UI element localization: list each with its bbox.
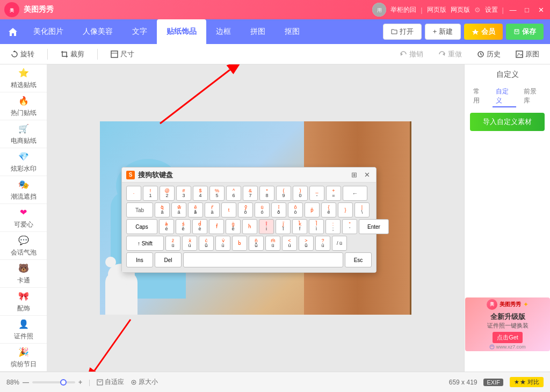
key-p[interactable]: p̈ (305, 202, 320, 217)
key-esc[interactable]: Esc (345, 252, 372, 267)
key-m[interactable]: ṁü (265, 236, 280, 251)
restore-btn[interactable]: □ (522, 5, 532, 14)
new-btn[interactable]: + 新建 (425, 24, 461, 40)
key-h[interactable]: ḣ (242, 219, 257, 234)
key-i-main[interactable]: îi (259, 219, 274, 234)
tab-foreground[interactable]: 前景库 (520, 86, 545, 107)
sidebar-item-selected-sticker[interactable]: ⭐ 精选贴纸 (0, 64, 47, 92)
key-6[interactable]: ^6 (226, 186, 241, 201)
history-btn[interactable]: 历史 (473, 47, 505, 61)
nav-beautify[interactable]: 美化图片 (24, 19, 73, 44)
key-quote[interactable]: "' (342, 219, 357, 234)
key-shift-r-ext[interactable]: / ü (332, 236, 347, 251)
sidebar-item-id-photo[interactable]: 👤 证件照 (0, 316, 47, 344)
key-backslash[interactable]: |\ (354, 202, 370, 217)
key-b[interactable]: ḃ (232, 236, 247, 251)
redo-btn[interactable]: 重做 (434, 47, 466, 61)
sidebar-item-heart[interactable]: ❤ 可爱心 (0, 204, 47, 232)
key-c[interactable]: ċǔ (199, 236, 214, 251)
key-8[interactable]: *8 (259, 186, 274, 201)
crop-btn[interactable]: 裁剪 (56, 47, 89, 61)
key-t[interactable]: t (221, 202, 236, 217)
key-semicolon[interactable]: :; (325, 219, 341, 234)
key-s[interactable]: ṡě (176, 219, 191, 234)
key-y[interactable]: ỹō (238, 202, 253, 217)
key-del[interactable]: Del (155, 252, 182, 267)
key-ins[interactable]: Ins (126, 252, 153, 267)
key-e[interactable]: ěǎ (188, 202, 203, 217)
keyboard-grid-btn[interactable]: ⊞ (349, 170, 359, 180)
nav-text[interactable]: 文字 (122, 19, 157, 44)
key-slash[interactable]: ?ù (315, 236, 330, 251)
key-2[interactable]: @2 (160, 186, 175, 201)
key-k[interactable]: k̈f (292, 219, 307, 234)
key-r[interactable]: r̈à (205, 202, 220, 217)
key-comma[interactable]: <ú (282, 236, 297, 251)
key-4[interactable]: $4 (193, 186, 208, 201)
key-shift-l[interactable]: ↑ Shift (126, 236, 164, 251)
original-size-btn[interactable]: 原大小 (131, 378, 158, 387)
sidebar-item-ecommerce[interactable]: 🛒 电商贴纸 (0, 120, 47, 148)
sidebar-item-trend[interactable]: 🎭 潮流遮挡 (0, 176, 47, 204)
key-5[interactable]: %5 (209, 186, 225, 201)
key-lbracket[interactable]: {ē (321, 202, 336, 217)
key-a[interactable]: ȧé (159, 219, 174, 234)
contrast-btn[interactable]: ★ ★ 对比 (510, 377, 544, 387)
key-0[interactable]: )0 (293, 186, 308, 201)
zoom-slider[interactable] (32, 381, 75, 383)
key-minus[interactable]: _- (309, 186, 324, 201)
user-avatar[interactable]: 用 (372, 3, 386, 17)
key-rbracket[interactable]: } (338, 202, 353, 217)
nav-sticker[interactable]: 贴纸饰品 (157, 19, 206, 44)
key-v[interactable]: v̇ù (215, 236, 230, 251)
sidebar-item-festival[interactable]: 🎉 缤纷节日 (0, 344, 47, 372)
rotate-btn[interactable]: 旋转 (6, 47, 39, 61)
key-1[interactable]: !1 (143, 186, 158, 201)
canvas-image[interactable]: S 搜狗软键盘 ⊞ ✕ · !1 @2 #3 $4 (100, 121, 411, 315)
minimize-btn[interactable]: — (508, 5, 518, 14)
close-btn[interactable]: ✕ (536, 5, 546, 14)
key-n[interactable]: ṅǖ (249, 236, 264, 251)
nav-collage[interactable]: 拼图 (241, 19, 275, 44)
home-nav-btn[interactable] (2, 19, 24, 44)
sidebar-item-cartoon[interactable]: 🐻 卡通 (0, 260, 47, 288)
key-g[interactable]: ġê (226, 219, 241, 234)
key-z[interactable]: żü (165, 236, 180, 251)
key-backtick[interactable]: · (126, 186, 141, 201)
tab-common[interactable]: 常用 (470, 86, 488, 107)
key-f[interactable]: ḟ (209, 219, 224, 234)
zoom-in-btn[interactable]: + (78, 379, 82, 386)
ad-get-btn[interactable]: 点击Get (493, 332, 523, 343)
sidebar-item-hot-sticker[interactable]: 🔥 热门贴纸 (0, 92, 47, 120)
original-btn[interactable]: 原图 (511, 47, 544, 61)
web-label-text[interactable]: 网页版 (451, 5, 470, 14)
key-o[interactable]: ôò (288, 202, 303, 217)
key-enter[interactable]: Enter (359, 219, 389, 234)
key-3[interactable]: #3 (176, 186, 191, 201)
undo-btn[interactable]: 撤销 (395, 47, 428, 61)
zoom-out-btn[interactable]: — (23, 379, 29, 386)
key-x[interactable]: ẋú (182, 236, 197, 251)
key-9[interactable]: (9 (276, 186, 291, 201)
scale-btn[interactable]: 尺寸 (106, 47, 139, 61)
key-caps[interactable]: Caps (126, 219, 157, 234)
sidebar-item-bubble[interactable]: 💬 会话气泡 (0, 232, 47, 260)
sidebar-item-watermark[interactable]: 💎 炫彩水印 (0, 148, 47, 176)
keyboard-close-btn[interactable]: ✕ (362, 170, 372, 180)
open-btn[interactable]: 打开 (383, 24, 422, 40)
sidebar-item-accessory[interactable]: 🎀 配饰 (0, 288, 47, 316)
key-u[interactable]: üó (255, 202, 270, 217)
key-backspace[interactable]: ← (343, 186, 367, 201)
key-space[interactable] (183, 252, 343, 267)
key-q[interactable]: q̀ā (155, 202, 170, 217)
vip-btn[interactable]: 会员 (464, 24, 503, 40)
key-tab[interactable]: Tab (126, 202, 153, 217)
key-j[interactable]: j̈ǐ (276, 219, 291, 234)
key-i[interactable]: îǒ (271, 202, 286, 217)
key-w[interactable]: w̃á (171, 202, 186, 217)
tab-custom[interactable]: 自定义 (493, 86, 517, 107)
exif-btn[interactable]: EXIF (483, 379, 503, 386)
key-d[interactable]: ḋè (192, 219, 207, 234)
nav-cutout[interactable]: 抠图 (275, 19, 309, 44)
user-label[interactable]: 举柜的回 (390, 5, 416, 14)
